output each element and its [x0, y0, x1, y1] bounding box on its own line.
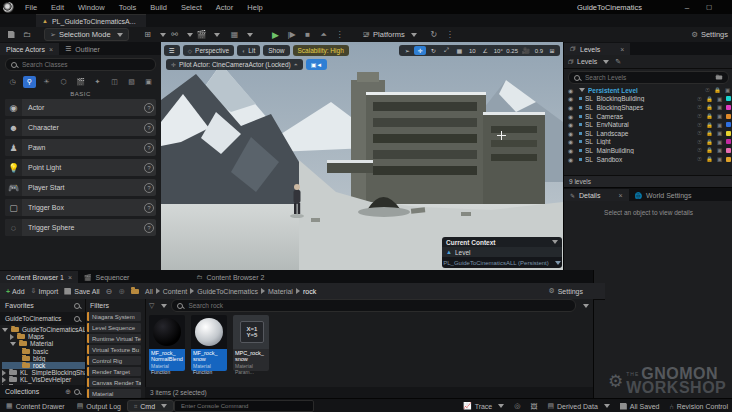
level-color-chip[interactable] — [726, 157, 731, 162]
place-actor-item-point-light[interactable]: 💡 Point Light ? — [5, 159, 156, 176]
platforms-dropdown[interactable]: 🖳 Platforms — [363, 30, 417, 39]
geometry-category-icon[interactable]: ◫ — [108, 76, 121, 88]
level-row[interactable]: ◉ SL_Light ☉🔒▣ — [564, 138, 732, 147]
place-actor-item-character[interactable]: ☻ Character ? — [5, 119, 156, 136]
revision-control-button[interactable]: ⑃ Revision Control — [669, 403, 728, 410]
screenshot-icon[interactable]: 🖼 — [530, 403, 537, 410]
visibility-eye-icon[interactable]: ◉ — [568, 130, 576, 137]
tab-place-actors[interactable]: Place Actors × — [0, 43, 59, 55]
save-level-icon[interactable]: ▣ — [716, 96, 723, 102]
play-button[interactable]: ▶ — [269, 29, 283, 41]
visibility-eye-icon[interactable]: ◉ — [568, 147, 576, 154]
settings-dropdown[interactable]: ⚙ Settings — [691, 30, 728, 39]
filter-material[interactable]: Material — [87, 389, 141, 398]
insights-icon[interactable]: ◎ — [514, 402, 520, 410]
add-button[interactable]: +Add — [6, 288, 25, 295]
play-from-here-button[interactable]: |▶ — [285, 29, 299, 41]
scale-snap-value[interactable]: 0.25 — [505, 46, 519, 55]
select-tool-icon[interactable]: ➢ — [401, 46, 413, 55]
toolbar-kebab-icon[interactable]: ⋮ — [443, 29, 457, 41]
filter-canvas-render-target[interactable]: Canvas Render Ta — [87, 378, 141, 387]
tree-item-rock-selected[interactable]: rock — [2, 362, 85, 369]
lock-icon[interactable]: 🔒 — [706, 130, 713, 136]
modes-icon[interactable]: ▦ — [228, 29, 242, 41]
add-collection-icon[interactable]: ⊕ — [65, 388, 71, 396]
menu-select[interactable]: Select — [174, 0, 209, 14]
breadcrumb-content[interactable]: Content — [163, 288, 188, 295]
save-level-icon[interactable]: ▣ — [716, 147, 723, 153]
quad-view-icon[interactable]: ⊞ — [546, 46, 558, 55]
lighting-scenario-icon[interactable]: ☉ — [696, 139, 703, 145]
filter-funnel-icon[interactable]: ▽ — [149, 302, 154, 310]
tab-level-asset[interactable]: ▲ PL_GuideToCinematicsA... — [36, 14, 146, 28]
lighting-scenario-icon[interactable]: ☉ — [704, 87, 711, 93]
menu-build[interactable]: Build — [143, 0, 174, 14]
search-icon[interactable] — [74, 303, 80, 309]
lock-icon[interactable]: 🔒 — [706, 104, 713, 110]
lighting-scenario-icon[interactable]: ☉ — [696, 96, 703, 102]
help-question-icon[interactable]: ? — [144, 203, 154, 213]
lighting-scenario-icon[interactable]: ☉ — [696, 147, 703, 153]
visibility-eye-icon[interactable]: ◉ — [568, 113, 576, 120]
tree-item[interactable]: bldg — [2, 355, 85, 362]
level-color-chip[interactable] — [726, 105, 731, 110]
tree-item[interactable]: KL_VisDevHelper — [2, 376, 85, 383]
search-classes-field[interactable] — [5, 58, 156, 71]
tree-item[interactable]: Material — [2, 340, 85, 347]
lighting-scenario-icon[interactable]: ☉ — [696, 113, 703, 119]
volumes-category-icon[interactable]: ▧ — [125, 76, 138, 88]
lighting-scenario-icon[interactable]: ☉ — [696, 104, 703, 110]
place-actor-item-trigger-box[interactable]: ▢ Trigger Box ? — [5, 199, 156, 216]
level-viewport[interactable]: ☰ ◇ Perspective ◐ Lit Show Scalability: … — [161, 42, 563, 270]
save-level-icon[interactable]: ▣ — [716, 139, 723, 145]
lighting-scenario-icon[interactable]: ☉ — [696, 122, 703, 128]
perspective-dropdown[interactable]: ◇ Perspective — [183, 45, 234, 56]
camera-speed-value[interactable]: 0.9 — [533, 46, 545, 55]
tree-item[interactable]: KL_SimpleBlockingShapes — [2, 369, 85, 376]
lock-icon[interactable]: 🔒 — [706, 122, 713, 128]
level-color-chip[interactable] — [726, 96, 731, 101]
save-level-icon[interactable]: ▣ — [724, 87, 731, 93]
level-row[interactable]: ◉ SL_Landscape ☉🔒▣ — [564, 129, 732, 138]
lighting-scenario-icon[interactable]: ☉ — [696, 156, 703, 162]
search-levels-field[interactable] — [568, 71, 729, 84]
tab-levels[interactable]: 🗇 Levels × — [564, 43, 630, 55]
visibility-eye-icon[interactable]: ◉ — [568, 121, 576, 128]
save-level-icon[interactable]: ▣ — [716, 122, 723, 128]
close-icon[interactable]: × — [618, 192, 622, 199]
folder-icon[interactable] — [131, 289, 139, 294]
cb-settings-button[interactable]: ⚙ Settings — [548, 287, 583, 295]
grid-snap-icon[interactable]: ▦ — [453, 46, 465, 55]
content-drawer-button[interactable]: ▦ Content Drawer — [0, 399, 71, 412]
search-assets-field[interactable] — [171, 299, 576, 312]
all-classes-category-icon[interactable]: ▣ — [142, 76, 155, 88]
level-color-chip[interactable] — [726, 131, 731, 136]
save-level-icon[interactable]: ▣ — [716, 156, 723, 162]
visibility-eye-icon[interactable]: ◉ — [568, 87, 576, 94]
recompile-icon[interactable]: ↻ — [427, 29, 441, 41]
console-command-field[interactable] — [174, 400, 314, 412]
asset-tile-mf-rock-snow[interactable]: MF_rock_ snow Material Function — [191, 315, 227, 371]
levels-dropdown[interactable]: 🗇 Levels — [568, 58, 609, 65]
level-color-chip[interactable] — [726, 148, 731, 153]
blueprints-icon[interactable]: ⚯ — [168, 29, 182, 41]
search-levels-input[interactable] — [583, 73, 712, 82]
import-button[interactable]: ⇩Import — [31, 287, 59, 295]
search-classes-input[interactable] — [20, 60, 150, 69]
place-actor-item-trigger-sphere[interactable]: ◌ Trigger Sphere ? — [5, 219, 156, 236]
sources-header[interactable]: GuideToCinematics — [0, 312, 85, 325]
expand-arrow-icon[interactable] — [579, 88, 585, 92]
rotate-tool-icon[interactable]: ↻ — [427, 46, 439, 55]
scale-tool-icon[interactable]: ⤢ — [440, 46, 452, 55]
camera-view-toggle[interactable]: ▣◄ — [306, 59, 328, 70]
all-saved-button[interactable]: All Saved — [620, 403, 660, 410]
eject-button[interactable]: ⏶ — [317, 29, 331, 41]
lock-icon[interactable]: 🔒 — [706, 156, 713, 162]
level-color-chip[interactable] — [726, 122, 731, 127]
pilot-actor-pill[interactable]: ✛ Pilot Actor: CineCameraActor (Locked) … — [166, 59, 303, 70]
filter-render-target[interactable]: Render Target — [87, 367, 141, 376]
level-row[interactable]: ◉ SL_Sandbox ☉🔒▣ — [564, 155, 732, 164]
tab-content-browser-2[interactable]: 🗀 Content Browser 2 — [190, 271, 270, 283]
level-color-chip[interactable] — [726, 139, 731, 144]
lighting-scenario-icon[interactable]: ☉ — [696, 130, 703, 136]
